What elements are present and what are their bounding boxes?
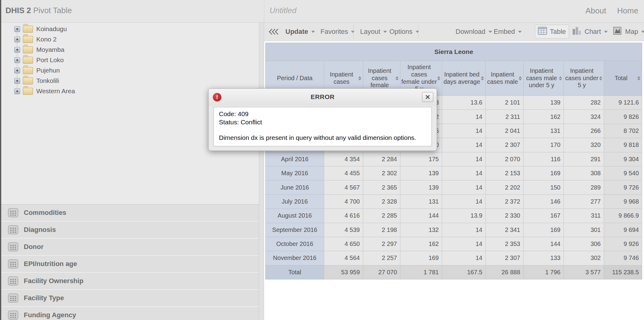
dimension-accordion: Commodities Diagnosis Donor EPI/nutritio… xyxy=(1,204,259,320)
accordion-section[interactable]: Donor xyxy=(1,239,259,256)
pivot-total-cell: 167.5 xyxy=(442,265,486,279)
accordion-section[interactable]: Facility Ownership xyxy=(1,273,259,290)
chevron-down-icon xyxy=(383,31,387,33)
tree-item-label: Western Area xyxy=(36,87,75,95)
layout-menu[interactable]: Layout xyxy=(360,23,387,41)
sort-icon xyxy=(599,76,603,80)
map-view-button[interactable]: Map xyxy=(613,23,644,41)
pivot-cell: 2 302 xyxy=(363,166,400,180)
favorites-menu[interactable]: Favorites xyxy=(320,23,355,41)
pivot-total-cell: 53 959 xyxy=(324,265,363,279)
column-header[interactable]: Inpatient cases under 5 y xyxy=(564,61,604,96)
tree-item[interactable]: + Port Loko xyxy=(1,55,259,65)
expand-plus-icon[interactable]: + xyxy=(14,68,20,73)
folder-icon xyxy=(23,67,33,74)
sort-icon xyxy=(637,76,641,80)
pivot-cell: 2 070 xyxy=(486,152,524,166)
pivot-cell: 9 694 xyxy=(604,223,642,237)
pivot-cell: 2 311 xyxy=(486,110,524,124)
pivot-title: Sierra Leone xyxy=(266,43,642,61)
pivot-cell: 2 202 xyxy=(486,180,524,194)
home-link[interactable]: Home xyxy=(617,6,638,16)
pivot-cell: 282 xyxy=(564,96,604,110)
pivot-cell: 4 700 xyxy=(324,194,363,208)
pivot-cell: 150 xyxy=(524,180,564,194)
table-view-button[interactable]: Table xyxy=(535,25,569,39)
accordion-section[interactable]: EPI/nutrition age xyxy=(1,256,259,273)
collapse-panel-button[interactable] xyxy=(270,23,279,41)
pivot-cell: 14 xyxy=(442,166,486,180)
pivot-total-cell: 3 577 xyxy=(564,265,604,279)
pivot-cell: 14 xyxy=(442,152,486,166)
panel-splitter[interactable] xyxy=(259,23,264,320)
accordion-section[interactable]: Funding Agency xyxy=(1,307,259,320)
pivot-cell: 4 539 xyxy=(324,223,363,237)
download-menu[interactable]: Download xyxy=(456,23,492,41)
error-code-line: Code: 409 xyxy=(219,110,249,118)
pivot-total-cell: 26 888 xyxy=(486,265,524,279)
pivot-cell: 169 xyxy=(524,223,564,237)
toolbar-divider xyxy=(353,25,354,38)
tree-item[interactable]: + Tonkolili xyxy=(1,76,259,86)
dialog-body: Code: 409 Status: Conflict Dimension dx … xyxy=(213,107,432,146)
pivot-cell: 2 353 xyxy=(486,237,524,251)
chevron-down-icon xyxy=(488,31,492,33)
tree-item[interactable]: + Pujehun xyxy=(1,65,259,76)
table-grid-icon xyxy=(538,27,547,37)
pivot-cell: 4 567 xyxy=(324,180,363,194)
pivot-cell: 139 xyxy=(400,180,442,194)
header-divider xyxy=(264,0,264,22)
accordion-section[interactable]: Commodities xyxy=(1,204,259,222)
pivot-cell: 14 xyxy=(442,223,486,237)
dialog-title-bar[interactable]: ! ERROR ✕ xyxy=(209,89,437,106)
pivot-total-cell: 1 796 xyxy=(524,265,564,279)
pivot-cell: 14 xyxy=(442,124,486,138)
pivot-cell: 311 xyxy=(564,209,604,223)
options-menu[interactable]: Options xyxy=(389,23,419,41)
folder-icon xyxy=(23,26,33,33)
accordion-section[interactable]: Facility Type xyxy=(1,290,259,307)
pivot-cell: 4 616 xyxy=(324,209,363,223)
toolbar-divider xyxy=(418,25,418,38)
column-header[interactable]: Inpatient cases male under 5 y xyxy=(524,61,564,96)
tree-item-label: Port Loko xyxy=(36,56,64,64)
row-header-period: September 2016 xyxy=(266,223,324,237)
pivot-total-cell: 27 070 xyxy=(363,265,400,279)
pivot-cell: 2 198 xyxy=(363,223,400,237)
row-header-period: May 2016 xyxy=(266,166,324,180)
pivot-cell: 2 284 xyxy=(363,152,400,166)
accordion-section[interactable]: Diagnosis xyxy=(1,222,259,239)
expand-plus-icon[interactable]: + xyxy=(14,78,20,84)
expand-plus-icon[interactable]: + xyxy=(14,57,20,63)
pivot-cell: 169 xyxy=(400,251,442,265)
total-row-header: Total xyxy=(266,265,324,279)
chart-view-button[interactable]: Chart xyxy=(572,23,608,41)
accordion-section-label: Commodities xyxy=(24,209,66,217)
embed-menu[interactable]: Embed xyxy=(494,23,522,41)
pivot-cell: 9 726 xyxy=(604,180,642,194)
pivot-cell: 2 297 xyxy=(363,237,400,251)
column-header[interactable]: Inpatient cases male xyxy=(486,61,524,96)
pivot-table-container: Sierra LeonePeriod / DataInpatient cases… xyxy=(265,43,642,279)
expand-plus-icon[interactable]: + xyxy=(14,47,20,53)
pivot-cell: 132 xyxy=(400,223,442,237)
tree-item[interactable]: + Moyamba xyxy=(1,44,259,55)
column-header[interactable]: Total xyxy=(604,61,642,96)
pivot-cell: 277 xyxy=(564,194,604,208)
column-header[interactable]: Inpatient bed days average xyxy=(442,61,486,96)
dimension-grid-icon xyxy=(8,242,18,251)
tree-item[interactable]: + Kono 2 xyxy=(1,34,259,44)
tree-item[interactable]: + Koinadugu xyxy=(1,24,259,34)
about-link[interactable]: About xyxy=(585,6,606,16)
sort-icon xyxy=(481,76,485,80)
close-icon[interactable]: ✕ xyxy=(422,92,433,102)
expand-plus-icon[interactable]: + xyxy=(14,26,20,32)
pivot-cell: 320 xyxy=(564,138,604,152)
row-header-period: July 2016 xyxy=(266,194,324,208)
pivot-cell: 133 xyxy=(524,251,564,265)
update-button[interactable]: Update xyxy=(285,23,315,41)
expand-plus-icon[interactable]: + xyxy=(14,37,20,42)
tree-item-label: Koinadugu xyxy=(36,25,67,33)
favorite-title-field[interactable]: Untitled xyxy=(270,6,296,15)
expand-plus-icon[interactable]: + xyxy=(14,88,20,94)
